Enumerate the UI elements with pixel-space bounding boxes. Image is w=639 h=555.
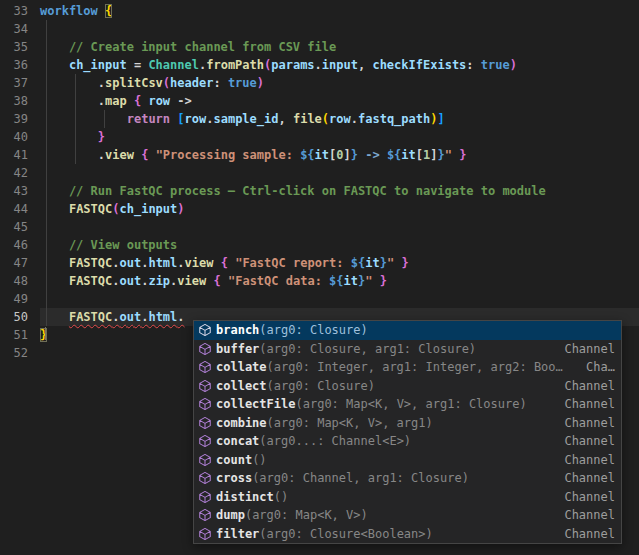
suggestion-item-collate[interactable]: collate(arg0: Integer, arg1: Integer, ar…: [194, 358, 621, 377]
suggestion-item-collect[interactable]: collect(arg0: Closure)Channel: [194, 377, 621, 396]
code-token: it: [401, 148, 415, 162]
code-line[interactable]: 40 }: [0, 128, 639, 146]
code-line[interactable]: 44 FASTQC(ch_input): [0, 200, 639, 218]
line-number[interactable]: 44: [0, 200, 40, 218]
code-token: true: [228, 76, 257, 90]
line-number[interactable]: 52: [0, 344, 40, 362]
suggestion-item-collectFile[interactable]: collectFile(arg0: Map<K, V>, arg1: Closu…: [194, 395, 621, 414]
code-line-text: .map { row ->: [40, 92, 639, 110]
code-token: .: [351, 112, 358, 126]
code-token: checkIfExists: [372, 58, 466, 72]
code-token: {: [221, 256, 228, 270]
line-number[interactable]: 41: [0, 146, 40, 164]
suggestion-item-buffer[interactable]: buffer(arg0: Closure, arg1: Closure)Chan…: [194, 340, 621, 359]
code-token: }: [40, 328, 47, 342]
code-token: ]: [344, 148, 351, 162]
suggestion-return-type: Channel: [554, 342, 615, 356]
line-number[interactable]: 39: [0, 110, 40, 128]
suggestion-list: branch(arg0: Closure)buffer(arg0: Closur…: [194, 321, 621, 543]
code-token: sample_id: [213, 112, 278, 126]
code-token: out: [120, 310, 142, 324]
method-icon: [197, 526, 213, 542]
suggestion-name: collectFile: [216, 397, 295, 411]
suggestion-name: cross: [216, 471, 252, 485]
code-line[interactable]: 45: [0, 218, 639, 236]
code-token: // View outputs: [40, 238, 177, 252]
code-token: true: [481, 58, 510, 72]
code-token: splitCsv: [105, 76, 163, 90]
method-icon: [197, 396, 213, 412]
line-number[interactable]: 43: [0, 182, 40, 200]
suggestion-signature: (arg0: Closure): [259, 323, 367, 337]
code-line[interactable]: 49: [0, 290, 639, 308]
code-line[interactable]: 42: [0, 164, 639, 182]
code-line[interactable]: 38 .map { row ->: [0, 92, 639, 110]
code-line[interactable]: 35 // Create input channel from CSV file: [0, 38, 639, 56]
suggestion-name: branch: [216, 323, 259, 337]
suggestion-item-count[interactable]: count()Channel: [194, 451, 621, 470]
code-token: ,: [358, 58, 372, 72]
code-line[interactable]: 48 FASTQC.out.zip.view { "FastQC data: $…: [0, 272, 639, 290]
suggestion-signature: (): [274, 490, 288, 504]
line-number[interactable]: 38: [0, 92, 40, 110]
code-line[interactable]: 36 ch_input = Channel.fromPath(params.in…: [0, 56, 639, 74]
line-number[interactable]: 51: [0, 326, 40, 344]
code-line-text: [40, 20, 639, 38]
code-token: Channel: [148, 58, 199, 72]
line-number[interactable]: 33: [0, 2, 40, 20]
line-number[interactable]: 42: [0, 164, 40, 182]
code-token: it: [365, 256, 379, 270]
code-token: .: [112, 310, 119, 324]
code-token: row: [148, 94, 170, 108]
line-number[interactable]: 34: [0, 20, 40, 38]
code-line[interactable]: 34: [0, 20, 639, 38]
suggestion-item-cross[interactable]: cross(arg0: Channel, arg1: Closure)Chann…: [194, 469, 621, 488]
code-line[interactable]: 33workflow {: [0, 2, 639, 20]
code-token: "FastQC data:: [228, 274, 329, 288]
code-token: it: [315, 148, 329, 162]
code-token: ${: [300, 148, 314, 162]
suggestion-signature: (arg0: Map<K, V>, arg1): [267, 416, 433, 430]
suggestion-item-filter[interactable]: filter(arg0: Closure<Boolean>)Channel: [194, 525, 621, 544]
suggestion-return-type: Channel: [554, 379, 615, 393]
code-line[interactable]: 43 // Run FastQC process — Ctrl-click on…: [0, 182, 639, 200]
suggestion-item-concat[interactable]: concat(arg0...: Channel<E>)Channel: [194, 432, 621, 451]
code-token: html: [148, 310, 177, 324]
suggestion-item-branch[interactable]: branch(arg0: Closure): [194, 321, 621, 340]
line-number[interactable]: 49: [0, 290, 40, 308]
method-icon: [197, 359, 213, 375]
code-token: .: [177, 256, 184, 270]
line-number[interactable]: 37: [0, 74, 40, 92]
suggestion-name: concat: [216, 434, 259, 448]
suggestion-item-combine[interactable]: combine(arg0: Map<K, V>, arg1)Channel: [194, 414, 621, 433]
code-line[interactable]: 47 FASTQC.out.html.view { "FastQC report…: [0, 254, 639, 272]
line-number[interactable]: 47: [0, 254, 40, 272]
code-token: .: [112, 274, 119, 288]
suggestion-item-dump[interactable]: dump(arg0: Map<K, V>)Channel: [194, 506, 621, 525]
method-icon: [197, 489, 213, 505]
method-icon: [197, 415, 213, 431]
code-token: header: [170, 76, 213, 90]
line-number[interactable]: 36: [0, 56, 40, 74]
code-line[interactable]: 39 return [row.sample_id, file(row.fastq…: [0, 110, 639, 128]
code-token: .: [177, 310, 184, 324]
code-token: ${: [387, 148, 401, 162]
line-number[interactable]: 35: [0, 38, 40, 56]
line-number[interactable]: 45: [0, 218, 40, 236]
suggestion-item-distinct[interactable]: distinct()Channel: [194, 488, 621, 507]
suggestion-signature: (arg0...: Channel<E>): [259, 434, 411, 448]
suggestion-return-type: Channel: [554, 397, 615, 411]
code-line[interactable]: 46 // View outputs: [0, 236, 639, 254]
line-number[interactable]: 46: [0, 236, 40, 254]
line-number[interactable]: 40: [0, 128, 40, 146]
code-line[interactable]: 41 .view { "Processing sample: ${it[0]} …: [0, 146, 639, 164]
code-line-text: workflow {: [40, 2, 639, 20]
code-token: ,: [278, 112, 292, 126]
code-token: zip: [148, 274, 170, 288]
line-number[interactable]: 48: [0, 272, 40, 290]
code-token: ]: [437, 112, 444, 126]
code-line[interactable]: 37 .splitCsv(header: true): [0, 74, 639, 92]
line-number[interactable]: 50: [0, 308, 40, 326]
code-token: }: [380, 274, 387, 288]
code-token: "FastQC report:: [235, 256, 351, 270]
